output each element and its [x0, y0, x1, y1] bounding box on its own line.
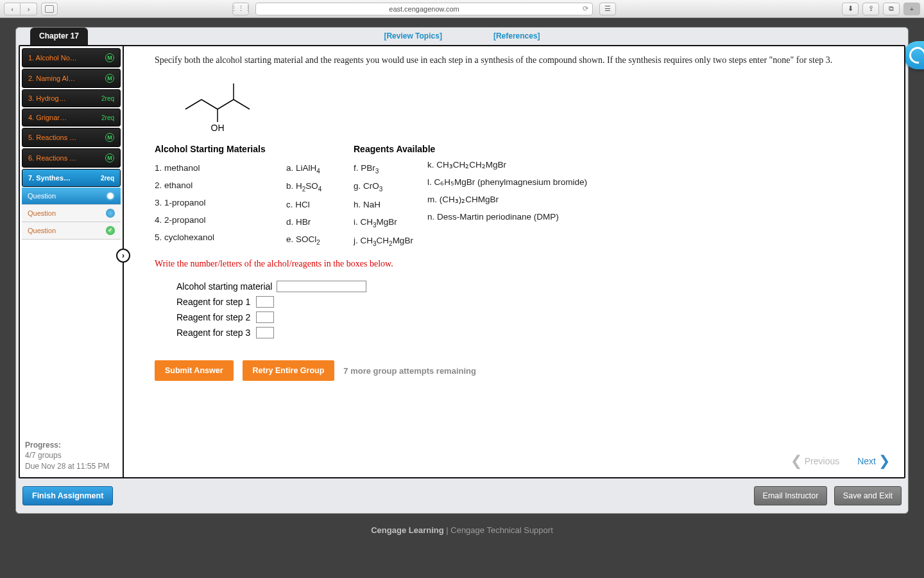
- sidebar-toggle[interactable]: [41, 3, 58, 15]
- chevron-right-icon: ❯: [878, 454, 890, 468]
- progress-info: Progress: 4/7 groups Due Nov 28 at 11:55…: [25, 440, 109, 472]
- status-inprogress-icon: [106, 209, 115, 218]
- nav-item-7[interactable]: 7. Synthes…2req: [22, 169, 121, 187]
- answer-instruction: Write the number/letters of the alchol/r…: [155, 259, 889, 269]
- new-tab-button[interactable]: +: [903, 3, 920, 15]
- svg-text:OH: OH: [211, 123, 225, 133]
- mastered-icon: M: [105, 53, 114, 62]
- svg-line-3: [234, 100, 250, 109]
- references-link[interactable]: [References]: [493, 28, 540, 40]
- nav-item-5[interactable]: 5. Reactions …M: [22, 128, 121, 147]
- mastered-icon: M: [105, 133, 114, 142]
- sub-question-2[interactable]: Question: [22, 205, 121, 222]
- input-step2[interactable]: [256, 311, 274, 323]
- forward-button[interactable]: ›: [21, 3, 37, 15]
- mastered-icon: M: [105, 153, 114, 162]
- sub-question-3[interactable]: Question: [22, 222, 121, 240]
- share-icon[interactable]: ⇪: [862, 3, 879, 15]
- chapter-tab[interactable]: Chapter 17: [30, 28, 88, 45]
- input-step3[interactable]: [256, 327, 274, 338]
- status-complete-icon: [106, 226, 115, 235]
- nav-item-2[interactable]: 2. Naming Al…M: [22, 69, 121, 88]
- label-starting: Alcohol starting material: [176, 281, 273, 292]
- submit-answer-button[interactable]: Submit Answer: [155, 360, 234, 381]
- browser-toolbar: ‹ › ⋮⋮⋮ east.cengagenow.com ⟳ ☰ ⬇ ⇪ ⧉ +: [0, 0, 924, 18]
- review-topics-link[interactable]: [Review Topics]: [384, 28, 441, 40]
- retry-group-button[interactable]: Retry Entire Group: [243, 360, 335, 381]
- molecule-structure: OH: [173, 77, 889, 137]
- question-prompt: Specify both the alcohol starting materi…: [155, 54, 889, 67]
- mastered-icon: M: [105, 74, 114, 83]
- previous-button[interactable]: ❮Previous: [791, 454, 839, 468]
- url-text: east.cengagenow.com: [389, 5, 459, 13]
- nav-item-3[interactable]: 3. Hydrog…2req: [22, 89, 121, 107]
- required-badge: 2req: [101, 114, 114, 121]
- sidebar-collapse-handle[interactable]: ›: [116, 249, 130, 263]
- question-nav-sidebar: 1. Alcohol No…M 2. Naming Al…M 3. Hydrog…: [20, 46, 123, 477]
- reader-icon[interactable]: ☰: [599, 3, 616, 15]
- nav-item-1[interactable]: 1. Alcohol No…M: [22, 48, 121, 67]
- input-step1[interactable]: [256, 296, 274, 308]
- tabs-icon[interactable]: ⧉: [883, 3, 900, 15]
- bottom-action-bar: Finish Assignment Email Instructor Save …: [16, 478, 908, 513]
- svg-line-2: [218, 100, 234, 109]
- next-button[interactable]: Next❯: [857, 454, 890, 468]
- reload-icon[interactable]: ⟳: [583, 4, 588, 13]
- reagents-heading: Reagents Available: [354, 144, 435, 154]
- required-badge: 2req: [101, 95, 114, 102]
- grid-icon[interactable]: ⋮⋮⋮: [232, 3, 249, 15]
- chevron-left-icon: ❮: [791, 454, 802, 468]
- url-bar[interactable]: east.cengagenow.com ⟳: [255, 3, 593, 15]
- required-badge: 2req: [101, 175, 114, 182]
- nav-item-4[interactable]: 4. Grignar…2req: [22, 109, 121, 127]
- page-footer: Cengage Learning | Cengage Technical Sup…: [0, 514, 924, 547]
- download-icon[interactable]: ⬇: [842, 3, 859, 15]
- svg-line-0: [185, 100, 201, 109]
- nav-item-6[interactable]: 6. Reactions …M: [22, 148, 121, 168]
- email-instructor-button[interactable]: Email Instructor: [754, 486, 828, 505]
- back-button[interactable]: ‹: [4, 3, 21, 15]
- attempts-remaining: 7 more group attempts remaining: [343, 366, 476, 376]
- question-content: Specify both the alcohol starting materi…: [123, 46, 904, 477]
- label-step3: Reagent for step 3: [176, 328, 252, 338]
- save-and-exit-button[interactable]: Save and Exit: [834, 486, 902, 505]
- input-starting-material[interactable]: [277, 281, 366, 292]
- label-step1: Reagent for step 1: [176, 297, 252, 307]
- svg-line-1: [201, 100, 218, 109]
- finish-assignment-button[interactable]: Finish Assignment: [22, 486, 113, 505]
- label-step2: Reagent for step 2: [176, 312, 252, 322]
- sub-question-1[interactable]: Question: [22, 188, 121, 205]
- alcohol-heading: Alcohol Starting Materials: [155, 144, 354, 154]
- status-open-icon: [106, 191, 115, 200]
- reagents-table: 1. methanol 2. ethanol 3. 1-propanol 4. …: [155, 159, 889, 250]
